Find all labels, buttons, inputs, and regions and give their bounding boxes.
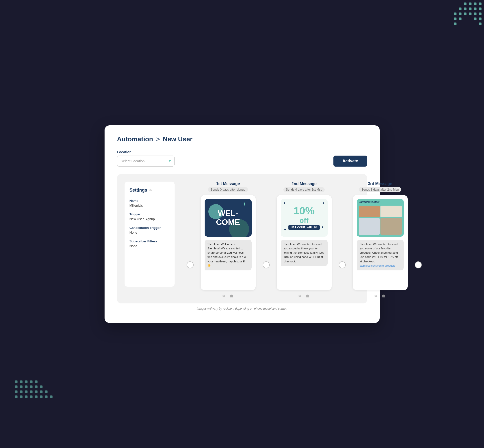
settings-field-name-value: Millenials bbox=[130, 204, 170, 207]
settings-panel: Settings ✏ Name Millenials Trigger New U… bbox=[125, 182, 175, 287]
svg-rect-30 bbox=[35, 385, 38, 388]
message-2-image: ✦ ✦ ✦ ✦ 10% off USE CODE: WELLIO bbox=[281, 199, 328, 237]
plus-icon: + bbox=[189, 263, 191, 267]
location-label: Location bbox=[117, 150, 175, 154]
plus-icon: + bbox=[265, 263, 267, 267]
activate-button[interactable]: Activate bbox=[333, 156, 367, 167]
svg-rect-7 bbox=[474, 8, 476, 10]
message-block-1: 1st Message Sends 0 days after signup ✦ … bbox=[201, 182, 256, 298]
svg-rect-29 bbox=[30, 385, 33, 388]
settings-field-name-label: Name bbox=[130, 199, 170, 203]
connector-line bbox=[194, 265, 199, 265]
svg-rect-21 bbox=[15, 380, 18, 383]
location-row: Location Select Location ▾ Activate bbox=[117, 150, 367, 167]
message-card-3: Current favorites! Stemless: We wanted t… bbox=[353, 195, 408, 290]
svg-rect-43 bbox=[35, 395, 38, 398]
svg-rect-19 bbox=[454, 23, 456, 25]
message-1-actions: ✏ 🗑 bbox=[222, 294, 234, 298]
settings-field-name: Name Millenials bbox=[130, 199, 170, 207]
breadcrumb-current: New User bbox=[163, 135, 193, 143]
delete-message-2-icon[interactable]: 🗑 bbox=[306, 294, 310, 298]
dropdown-arrow-icon: ▾ bbox=[169, 159, 171, 163]
svg-rect-0 bbox=[464, 3, 466, 5]
svg-rect-41 bbox=[25, 395, 28, 398]
svg-rect-20 bbox=[479, 23, 481, 25]
footer-note: Images will vary by recipient depending … bbox=[117, 307, 367, 310]
add-message-button-2[interactable]: + bbox=[339, 261, 346, 268]
message-1-image: ✦ WEL-COME bbox=[205, 199, 252, 237]
edit-message-3-icon[interactable]: ✏ bbox=[374, 294, 378, 298]
connector-line bbox=[182, 265, 187, 265]
svg-rect-42 bbox=[30, 395, 33, 398]
settings-field-trigger-value: New User Signup bbox=[130, 217, 170, 221]
message-2-actions: ✏ 🗑 bbox=[298, 294, 310, 298]
svg-rect-17 bbox=[474, 18, 476, 20]
plus-icon: + bbox=[417, 263, 419, 267]
settings-title-row: Settings ✏ bbox=[130, 188, 170, 193]
svg-rect-23 bbox=[25, 380, 28, 383]
settings-field-trigger-label: Trigger bbox=[130, 212, 170, 216]
products-title: Current favorites! bbox=[359, 201, 380, 203]
svg-rect-39 bbox=[15, 395, 18, 398]
svg-rect-34 bbox=[25, 390, 28, 393]
svg-rect-18 bbox=[479, 18, 481, 20]
decorative-dots-bottom bbox=[13, 378, 113, 428]
edit-message-1-icon[interactable]: ✏ bbox=[222, 294, 226, 298]
discount-image: ✦ ✦ ✦ ✦ 10% off USE CODE: WELLIO bbox=[281, 199, 328, 237]
end-line bbox=[410, 265, 415, 265]
connector-2-3: + bbox=[332, 261, 353, 268]
message-1-header: 1st Message Sends 0 days after signup bbox=[208, 182, 248, 192]
svg-rect-16 bbox=[459, 18, 461, 20]
main-card: Automation > New User Location Select Lo… bbox=[105, 125, 380, 323]
location-select[interactable]: Select Location ▾ bbox=[117, 156, 175, 167]
edit-message-2-icon[interactable]: ✏ bbox=[298, 294, 302, 298]
sparkle-icon-4: ✦ bbox=[321, 225, 324, 229]
messages-flow: + 1st Message Sends 0 days after signup … bbox=[175, 182, 424, 298]
message-1-subtitle: Sends 0 days after signup bbox=[208, 187, 248, 192]
svg-rect-13 bbox=[474, 13, 476, 15]
settings-field-cancel: Cancellation Trigger None bbox=[130, 226, 170, 234]
settings-field-cancel-label: Cancellation Trigger bbox=[130, 226, 170, 230]
message-2-header: 2nd Message Sends 4 days after 1st Msg bbox=[283, 182, 325, 192]
discount-code: USE CODE: WELLIO bbox=[288, 225, 320, 230]
message-3-subtitle: Sends 3 days after 2nd Msg bbox=[359, 187, 401, 192]
message-1-title: 1st Message bbox=[208, 182, 248, 186]
sparkle-icon-1: ✦ bbox=[283, 201, 286, 205]
plus-icon: + bbox=[341, 263, 343, 267]
breadcrumb-parent[interactable]: Automation bbox=[117, 135, 153, 143]
message-3-actions: ✏ 🗑 bbox=[374, 294, 386, 298]
message-3-link[interactable]: stemless.co/favorite-products bbox=[360, 264, 395, 267]
connector-1-2: + bbox=[256, 261, 277, 268]
settings-field-filters-label: Subscriber Filters bbox=[130, 239, 170, 243]
svg-rect-25 bbox=[35, 380, 38, 383]
connector-line bbox=[270, 265, 275, 265]
delete-message-3-icon[interactable]: 🗑 bbox=[382, 294, 386, 298]
breadcrumb-separator: > bbox=[156, 135, 160, 143]
svg-rect-46 bbox=[50, 395, 53, 398]
connector-line bbox=[258, 265, 263, 265]
welcome-image: ✦ WEL-COME bbox=[205, 199, 252, 237]
message-3-image: Current favorites! bbox=[357, 199, 404, 237]
delete-message-1-icon[interactable]: 🗑 bbox=[230, 294, 234, 298]
add-message-button-1[interactable]: + bbox=[263, 261, 270, 268]
message-block-3: 3rd Message Sends 3 days after 2nd Msg C… bbox=[353, 182, 408, 298]
svg-rect-14 bbox=[479, 13, 481, 15]
products-image: Current favorites! bbox=[357, 199, 404, 237]
message-3-header: 3rd Message Sends 3 days after 2nd Msg bbox=[359, 182, 401, 192]
connector-line bbox=[334, 265, 339, 265]
add-message-button-0[interactable]: + bbox=[187, 261, 194, 268]
svg-rect-28 bbox=[25, 385, 28, 388]
svg-rect-9 bbox=[454, 13, 456, 15]
svg-rect-26 bbox=[15, 385, 18, 388]
svg-rect-24 bbox=[30, 380, 33, 383]
decorative-dots-top bbox=[434, 0, 484, 50]
settings-field-cancel-value: None bbox=[130, 231, 170, 234]
svg-rect-11 bbox=[464, 13, 466, 15]
settings-field-filters-value: None bbox=[130, 244, 170, 248]
star-decoration: ✦ bbox=[242, 201, 247, 207]
svg-rect-12 bbox=[469, 13, 471, 15]
add-message-button-3[interactable]: + bbox=[415, 261, 422, 268]
settings-edit-icon[interactable]: ✏ bbox=[149, 188, 152, 192]
location-group: Location Select Location ▾ bbox=[117, 150, 175, 167]
welcome-text: WEL-COME bbox=[216, 209, 240, 226]
